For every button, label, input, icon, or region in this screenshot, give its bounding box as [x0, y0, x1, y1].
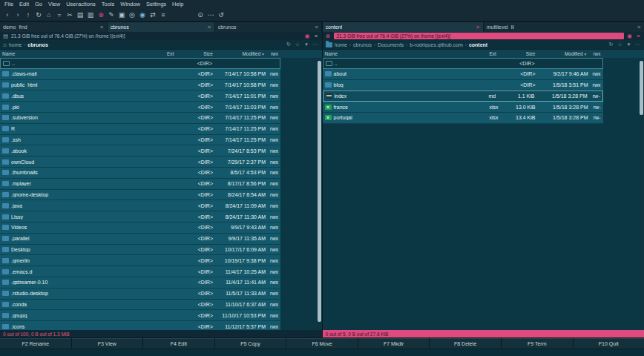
left-tab-cbrunos[interactable]: cbrunos✕ — [108, 22, 214, 32]
tab-close-icon[interactable]: ✕ — [99, 24, 103, 30]
left-tab-cbrunos[interactable]: cbrunos✕ — [215, 22, 322, 32]
sync-dirs-icon[interactable]: ⇄ — [148, 10, 158, 20]
paste-icon[interactable]: ▥ — [85, 10, 96, 20]
breadcrumb-segment-Documents[interactable]: Documents — [378, 42, 404, 47]
bookmarks-icon[interactable]: ☆ — [295, 42, 301, 47]
edit-icon[interactable]: ✎ — [106, 10, 116, 20]
menu-item-window[interactable]: Window — [117, 0, 143, 9]
back-icon[interactable]: ‹ — [2, 10, 13, 20]
column-ext[interactable]: Ext — [167, 51, 185, 56]
file-row-france[interactable]: francexlsx13.0 KiB1/5/18 3:28 PMrw- — [323, 102, 603, 113]
column-ext[interactable]: Ext — [490, 51, 507, 56]
menu-item-help[interactable]: Help — [169, 0, 186, 9]
cut-icon[interactable]: ✂ — [65, 10, 75, 20]
file-row-.gstreamer-0.10[interactable]: .gstreamer-0.10<DIR>11/4/17 11:41 AMrwx — [0, 277, 280, 289]
find-icon[interactable]: ◎ — [127, 10, 137, 20]
file-row-Lissy[interactable]: Lissy<DIR>8/24/17 11:30 AMrwx — [0, 211, 280, 222]
breadcrumb-segment-home[interactable]: home — [335, 42, 348, 47]
undo-icon[interactable]: ↺ — [216, 10, 226, 20]
useraction-icon[interactable]: ◉ — [137, 10, 148, 20]
panel-menu-icon[interactable]: ≡ — [313, 33, 320, 39]
file-row-Videos[interactable]: Videos<DIR>9/9/17 9:43 AMrwx — [0, 222, 280, 234]
file-row-about[interactable]: about<DIR>9/2/17 9:46 AMrwx — [323, 69, 603, 80]
menu-item-tools[interactable]: Tools — [99, 0, 118, 9]
fkey-f7[interactable]: F7 Mkdir — [358, 338, 430, 349]
fkey-f9[interactable]: F9 Term — [502, 338, 573, 349]
file-row-.abook[interactable]: .abook<DIR>7/24/17 8:53 PMrwx — [0, 145, 280, 156]
left-scrollbar[interactable] — [318, 58, 321, 330]
column-name[interactable]: Name — [323, 51, 490, 56]
column-perm[interactable]: rwx — [588, 51, 603, 56]
history-icon[interactable]: ▾ — [625, 42, 632, 47]
close-icon[interactable]: ⊗ — [325, 33, 332, 39]
column-size[interactable]: Size — [185, 51, 213, 56]
options-icon[interactable]: ⋯ — [634, 42, 641, 47]
file-row-portugal[interactable]: portugalxlsx13.4 KiB1/5/18 3:28 PMrw- — [323, 113, 603, 124]
popular-urls-icon[interactable]: ≡ — [158, 10, 168, 20]
file-row-.dbus[interactable]: .dbus<DIR>7/14/17 11:01 PMrwx — [0, 90, 280, 102]
media-icon[interactable]: ◉ — [304, 33, 311, 39]
more-icon[interactable]: ⋯ — [206, 10, 216, 20]
file-row-.thumbnails[interactable]: .thumbnails<DIR>8/5/17 4:53 PMrwx — [0, 168, 280, 179]
file-row-.rstudio-desktop[interactable]: .rstudio-desktop<DIR>11/5/17 11:33 AMrwx — [0, 289, 280, 300]
column-modified[interactable]: Modified — [213, 51, 260, 56]
fkey-f3[interactable]: F3 View — [72, 338, 143, 349]
breadcrumb-segment-cbrunos[interactable]: cbrunos — [27, 42, 48, 47]
file-row-public_html[interactable]: public_html<DIR>7/14/17 10:58 PMrwx — [0, 80, 280, 91]
breadcrumb-segment-b-rodrigues.github.com[interactable]: b-rodrigues.github.com — [410, 42, 463, 47]
file-row-.subversion[interactable]: .subversion<DIR>7/14/17 11:25 PMrwx — [0, 113, 280, 124]
forward-icon[interactable]: › — [13, 10, 23, 20]
fkey-f6[interactable]: F6 Move — [286, 338, 358, 349]
file-row-.icons[interactable]: .icons<DIR>11/12/17 5:37 PMrwx — [0, 321, 280, 330]
panel-menu-icon[interactable]: ≡ — [635, 33, 642, 39]
right-scrollbar-thumb[interactable] — [640, 61, 643, 115]
menu-item-file[interactable]: File — [1, 0, 16, 9]
refresh-icon[interactable]: ↻ — [608, 42, 614, 47]
media-icon[interactable]: ◉ — [626, 33, 633, 39]
fkey-f8[interactable]: F8 Delete — [430, 338, 501, 349]
breadcrumb-segment-home[interactable]: home — [9, 42, 22, 47]
breadcrumb-segment-content[interactable]: content — [469, 42, 487, 47]
tab-close-icon[interactable]: ✕ — [315, 24, 318, 30]
copy-icon[interactable]: ▤ — [75, 10, 85, 20]
tab-close-icon[interactable]: ✕ — [637, 24, 641, 30]
column-modified[interactable]: Modified — [536, 51, 583, 56]
left-scrollbar-thumb[interactable] — [318, 61, 321, 322]
file-row-.emacs.d[interactable]: .emacs.d<DIR>11/4/17 10:25 AMrwx — [0, 266, 280, 277]
menu-item-edit[interactable]: Edit — [16, 0, 32, 9]
menu-item-view[interactable]: View — [45, 0, 63, 9]
right-tab-content[interactable]: content✕ — [323, 22, 483, 32]
fkey-f5[interactable]: F5 Copy — [215, 338, 286, 349]
file-row-.mplayer[interactable]: .mplayer<DIR>8/17/17 8:56 PMrwx — [0, 179, 280, 190]
file-row-..[interactable]: ..<DIR> — [0, 58, 280, 69]
file-row-.gmerlin[interactable]: .gmerlin<DIR>10/19/17 9:38 PMrwx — [0, 255, 280, 266]
file-row-..[interactable]: ..<DIR> — [323, 58, 603, 69]
file-row-.claws-mail[interactable]: .claws-mail<DIR>7/14/17 10:58 PMrwx — [0, 69, 280, 80]
bookmarks-icon[interactable]: ☆ — [617, 42, 623, 47]
settings-icon[interactable]: ⊙ — [195, 10, 206, 20]
tab-close-icon[interactable]: ✕ — [476, 24, 479, 30]
home-icon[interactable]: ⌂ — [44, 10, 54, 20]
right-scrollbar[interactable] — [640, 58, 643, 330]
fkey-f2[interactable]: F2 Rename — [0, 338, 71, 349]
file-row-index[interactable]: indexmd1.1 KiB1/5/18 3:28 PMrw- — [323, 90, 603, 102]
tab-close-icon[interactable]: ✕ — [207, 24, 211, 30]
up-icon[interactable]: ↑ — [23, 10, 33, 20]
file-row-.java[interactable]: .java<DIR>8/24/17 11:09 AMrwx — [0, 200, 280, 211]
fkey-f4[interactable]: F4 Edit — [143, 338, 214, 349]
new-folder-icon[interactable]: ▣ — [116, 10, 127, 20]
menu-item-useractions[interactable]: Useractions — [63, 0, 99, 9]
column-size[interactable]: Size — [507, 51, 536, 56]
refresh-icon[interactable]: ↻ — [286, 42, 292, 47]
menu-item-go[interactable]: Go — [32, 0, 45, 9]
file-row-.conda[interactable]: .conda<DIR>11/10/17 6:37 AMrwx — [0, 300, 280, 311]
file-row-.gnome-desktop[interactable]: .gnome-desktop<DIR>8/24/17 8:54 AMrwx — [0, 190, 280, 201]
home-icon[interactable]: ⌂ — [3, 42, 7, 48]
menu-item-settings[interactable]: Settings — [143, 0, 169, 9]
column-name[interactable]: Name — [0, 51, 167, 56]
file-row-Desktop[interactable]: Desktop<DIR>10/17/17 6:09 AMrwx — [0, 245, 280, 256]
options-icon[interactable]: ⋯ — [312, 42, 319, 47]
breadcrumb-segment-cbrunos[interactable]: cbrunos — [353, 42, 372, 47]
column-perm[interactable]: rwx — [266, 51, 280, 56]
right-tab-multilevel_lil[interactable]: multilevel_lil✕ — [484, 22, 644, 32]
